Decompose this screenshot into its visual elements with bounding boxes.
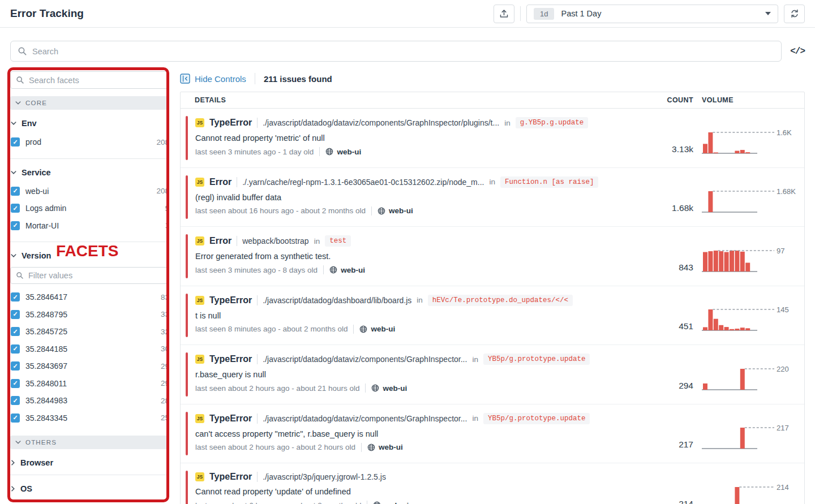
checkbox-checked-icon[interactable]: ✓ bbox=[11, 187, 20, 196]
issue-path: ./javascript/datadog/dataviz/components/… bbox=[263, 118, 499, 127]
checkbox-checked-icon[interactable]: ✓ bbox=[11, 327, 20, 336]
version-filter-input[interactable] bbox=[28, 271, 164, 280]
issue-message: Cannot read property 'update' of undefin… bbox=[195, 487, 640, 496]
facet-value-row[interactable]: ✓ 35.2843345 25 bbox=[10, 410, 169, 427]
volume-cell: 217 bbox=[693, 404, 804, 463]
facet-value-row[interactable]: ✓ Mortar-UI 1 bbox=[10, 217, 169, 235]
issue-details: JS TypeError ./javascript/datadog/datavi… bbox=[188, 404, 645, 463]
issue-message: Cannot read property 'metric' of null bbox=[195, 133, 640, 143]
facet-value-row[interactable]: ✓ 35.2845725 32 bbox=[10, 323, 169, 341]
svg-text:1.68K: 1.68K bbox=[777, 187, 796, 196]
chevron-down-icon bbox=[15, 101, 21, 105]
time-range-select[interactable]: 1d Past 1 Day bbox=[526, 5, 778, 23]
facet-value-count: 30 bbox=[161, 344, 169, 353]
issue-row[interactable]: JS TypeError ./javascript/datadog/datavi… bbox=[181, 404, 804, 464]
issue-row[interactable]: JS Error webpack/bootstrap in test Error… bbox=[181, 227, 804, 286]
volume-cell: 214 bbox=[693, 463, 804, 504]
facet-value-label: 35.2848795 bbox=[25, 310, 67, 319]
last-seen-label: last seen about 16 hours ago - about 2 m… bbox=[195, 206, 366, 215]
facet-value-row[interactable]: ✓ 35.2844185 30 bbox=[10, 341, 169, 358]
hide-controls-button[interactable]: Hide Controls bbox=[180, 74, 246, 84]
chevron-right-icon bbox=[11, 486, 15, 492]
service-tag: web-ui bbox=[329, 266, 365, 274]
checkbox-checked-icon[interactable]: ✓ bbox=[11, 204, 20, 213]
section-others-label: OTHERS bbox=[25, 439, 57, 446]
facet-value-row[interactable]: ✓ 35.2848795 33 bbox=[10, 306, 169, 324]
facet-group-version[interactable]: Version bbox=[10, 242, 169, 266]
global-search-box[interactable] bbox=[10, 41, 782, 62]
search-input[interactable] bbox=[32, 47, 774, 56]
section-others[interactable]: OTHERS bbox=[10, 436, 169, 449]
issue-row[interactable]: JS TypeError ./javascript/datadog/datavi… bbox=[181, 109, 804, 168]
volume-chart: 145 bbox=[702, 301, 804, 337]
search-icon bbox=[16, 76, 24, 84]
volume-chart: 217 bbox=[702, 420, 804, 455]
issue-type: Error bbox=[209, 177, 231, 187]
svg-text:145: 145 bbox=[777, 305, 789, 314]
refresh-button[interactable] bbox=[784, 5, 805, 23]
facet-group-env[interactable]: Env bbox=[10, 110, 169, 133]
volume-chart: 1.6K bbox=[702, 124, 804, 160]
globe-icon bbox=[325, 148, 333, 156]
facet-group-service[interactable]: Service bbox=[10, 159, 169, 183]
facet-value-row[interactable]: ✓ web-ui 208 bbox=[10, 183, 169, 200]
checkbox-checked-icon[interactable]: ✓ bbox=[11, 292, 20, 301]
globe-icon bbox=[371, 384, 379, 392]
facet-group-browser[interactable]: Browser bbox=[10, 449, 169, 475]
issue-message: t is null bbox=[195, 311, 640, 320]
checkbox-checked-icon[interactable]: ✓ bbox=[11, 310, 20, 319]
service-name: web-ui bbox=[337, 148, 361, 156]
checkbox-checked-icon[interactable]: ✓ bbox=[11, 413, 20, 423]
issue-path: ./javascript/datadog/dataviz/components/… bbox=[263, 414, 467, 423]
facet-value-row[interactable]: ✓ 35.2844983 28 bbox=[10, 392, 169, 410]
issue-row[interactable]: JS TypeError ./javascript/3p/jquery.jgro… bbox=[181, 463, 804, 504]
checkbox-checked-icon[interactable]: ✓ bbox=[11, 137, 20, 147]
issue-row[interactable]: JS TypeError ./javascript/datadog/dashbo… bbox=[181, 286, 804, 346]
facet-group-os[interactable]: OS bbox=[10, 475, 169, 501]
globe-icon bbox=[359, 325, 367, 333]
facet-search-box[interactable] bbox=[10, 71, 169, 89]
issue-path: ./javascript/datadog/dataviz/components/… bbox=[263, 355, 467, 364]
facet-value-row[interactable]: ✓ Logs admin 5 bbox=[10, 200, 169, 217]
service-tag: web-ui bbox=[373, 501, 409, 504]
issue-path: ./.yarn/cache/regl-npm-1.3.1-6e3065ae01-… bbox=[242, 178, 484, 187]
service-name: web-ui bbox=[379, 443, 403, 451]
app-header: Error Tracking 1d Past 1 Day bbox=[0, 0, 815, 28]
in-label: in bbox=[504, 119, 511, 127]
facet-group-label: OS bbox=[20, 484, 32, 493]
checkbox-checked-icon[interactable]: ✓ bbox=[11, 379, 20, 388]
issue-type: TypeError bbox=[209, 118, 252, 128]
section-core[interactable]: CORE bbox=[10, 96, 169, 110]
function-badge: hEVc/Te.prototype.do_updates/</< bbox=[428, 295, 573, 306]
env-values: ✓ prod 208 bbox=[10, 133, 169, 151]
checkbox-checked-icon[interactable]: ✓ bbox=[11, 361, 20, 371]
refresh-icon bbox=[790, 8, 800, 19]
code-view-toggle[interactable]: </> bbox=[790, 46, 805, 57]
facet-value-row[interactable]: ✓ 35.2843697 29 bbox=[10, 357, 169, 375]
page-title: Error Tracking bbox=[10, 7, 84, 20]
facet-value-row[interactable]: ✓ 35.2846417 83 bbox=[10, 288, 169, 306]
issue-row[interactable]: JS Error ./.yarn/cache/regl-npm-1.3.1-6e… bbox=[181, 168, 804, 227]
chevron-down-icon bbox=[11, 170, 16, 175]
issue-row[interactable]: JS TypeError ./javascript/datadog/datavi… bbox=[181, 345, 804, 404]
checkbox-checked-icon[interactable]: ✓ bbox=[11, 221, 20, 230]
service-name: web-ui bbox=[341, 266, 365, 274]
facet-value-row[interactable]: ✓ 35.2848011 29 bbox=[10, 375, 169, 393]
facet-group-label: Service bbox=[22, 168, 51, 177]
last-seen-label: last seen 3 minutes ago - 8 days old bbox=[195, 266, 318, 274]
export-button[interactable] bbox=[494, 5, 514, 23]
js-source-icon: JS bbox=[195, 414, 204, 423]
facet-value-count: 29 bbox=[161, 379, 169, 387]
checkbox-checked-icon[interactable]: ✓ bbox=[11, 344, 20, 354]
facet-value-label: 35.2844983 bbox=[25, 396, 67, 405]
facet-value-row[interactable]: ✓ prod 208 bbox=[10, 133, 169, 151]
content: CORE Env ✓ prod 208 Service ✓ web-ui 208… bbox=[0, 69, 815, 504]
divider bbox=[365, 384, 366, 393]
divider bbox=[257, 295, 258, 305]
issue-message: r.base_query is null bbox=[195, 370, 640, 379]
facet-value-label: Mortar-UI bbox=[25, 221, 59, 230]
checkbox-checked-icon[interactable]: ✓ bbox=[11, 396, 20, 405]
last-seen-label: last seen 8 minutes ago - about 2 months… bbox=[195, 325, 348, 333]
version-filter-box[interactable] bbox=[10, 267, 169, 284]
facet-search-input[interactable] bbox=[29, 76, 164, 85]
